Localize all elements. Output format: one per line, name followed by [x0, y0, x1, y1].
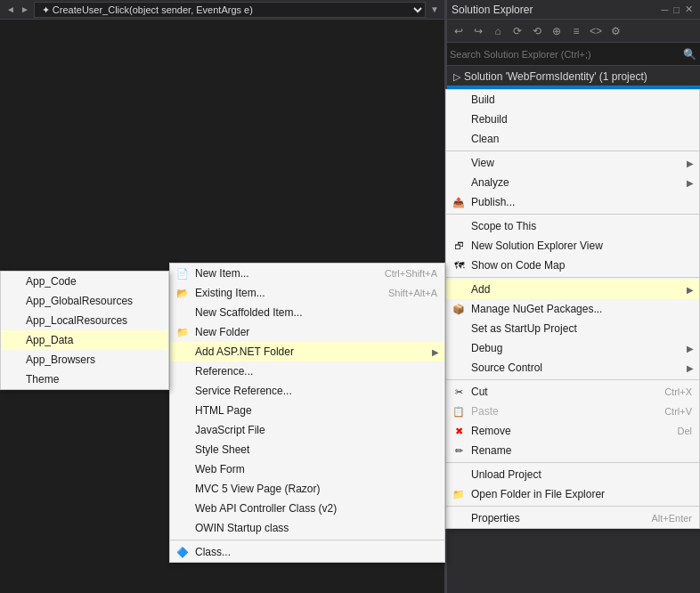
cm-middle-item-10[interactable]: Web Form: [170, 459, 444, 479]
se-solution-item[interactable]: ▷ Solution 'WebFormsIdentity' (1 project…: [446, 68, 700, 85]
cm-item-icon-15: 📋: [452, 404, 466, 418]
cm-right-item-15[interactable]: 📋PasteCtrl+V: [446, 402, 699, 421]
cm-right-item-13[interactable]: Source Control▶: [446, 358, 699, 378]
cm-right-item-18[interactable]: Unload Project: [446, 465, 699, 484]
cm-right-item-2[interactable]: Clean: [446, 129, 699, 149]
se-context-menu: BuildRebuildCleanView▶Analyze▶📤Publish..…: [445, 89, 700, 529]
cm-middle-item-5[interactable]: Reference...: [170, 361, 444, 381]
cm-right-item-17[interactable]: ✏Rename: [446, 441, 699, 460]
se-title: Solution Explorer: [452, 4, 660, 16]
cm-left-item-4[interactable]: App_Browsers: [1, 350, 168, 370]
cm-middle-item-7[interactable]: HTML Page: [170, 401, 444, 420]
cm-left-label-3: App_Data: [26, 334, 161, 346]
se-back-btn[interactable]: ↩: [450, 22, 468, 40]
cm-middle-label-0: New Item...: [195, 267, 367, 280]
cm-item-label-0: Build: [471, 93, 692, 106]
se-title-bar: Solution Explorer ─ □ ✕: [446, 0, 700, 20]
cm-left-item-2[interactable]: App_LocalResources: [1, 311, 168, 330]
cm-left-item-3[interactable]: App_Data: [1, 330, 168, 350]
cm-middle-item-11[interactable]: MVC 5 View Page (Razor): [170, 479, 444, 499]
cm-right-item-16[interactable]: ✖RemoveDel: [446, 421, 699, 441]
cm-right-item-11[interactable]: Set as StartUp Project: [446, 319, 699, 338]
se-pin-icon[interactable]: ─: [660, 4, 671, 15]
se-toolbar: ↩ ↪ ⌂ ⟳ ⟲ ⊕ ≡ <> ⚙: [446, 20, 700, 43]
cm-right-item-19[interactable]: 📁Open Folder in File Explorer: [446, 484, 699, 504]
cm-middle-label-5: Reference...: [195, 365, 437, 378]
cm-middle-item-4[interactable]: Add ASP.NET Folder▶: [170, 342, 444, 361]
se-refresh-btn[interactable]: ⟳: [509, 22, 526, 40]
cm-left-item-1[interactable]: App_GlobalResources: [1, 291, 168, 311]
cm-middle-item-12[interactable]: Web API Controller Class (v2): [170, 499, 444, 518]
cm-middle-label-9: Style Sheet: [195, 443, 437, 456]
cm-middle-item-13[interactable]: OWIN Startup class: [170, 518, 444, 538]
se-search-bar: 🔍: [446, 43, 700, 66]
se-filter-btn[interactable]: ⊕: [548, 22, 566, 40]
nav-back-btn[interactable]: ◄: [4, 4, 18, 14]
cm-left-label-1: App_GlobalResources: [26, 295, 161, 307]
cm-right-item-20[interactable]: PropertiesAlt+Enter: [446, 508, 699, 528]
cm-middle-item-3[interactable]: 📁New Folder: [170, 322, 444, 342]
cm-left-label-2: App_LocalResources: [26, 314, 161, 327]
se-close-icon[interactable]: ✕: [683, 4, 695, 15]
cm-middle-item-6[interactable]: Service Reference...: [170, 381, 444, 401]
cm-middle-item-1[interactable]: 📂Existing Item...Shift+Alt+A: [170, 283, 444, 303]
cm-middle-label-8: JavaScript File: [195, 424, 437, 436]
cm-middle-label-14: Class...: [195, 546, 437, 558]
cm-middle-label-4: Add ASP.NET Folder: [195, 345, 437, 358]
cm-middle-icon-0: 📄: [175, 266, 190, 280]
cm-middle-label-2: New Scaffolded Item...: [195, 306, 437, 319]
cm-right-item-3[interactable]: View▶: [446, 153, 699, 173]
cm-right-item-6[interactable]: Scope to This: [446, 216, 699, 236]
se-window-icon[interactable]: □: [672, 4, 681, 15]
cm-middle-icon-1: 📂: [175, 286, 190, 300]
cm-right-item-7[interactable]: 🗗New Solution Explorer View: [446, 236, 699, 256]
cm-item-icon-5: 📤: [452, 195, 466, 209]
cm-separator-17: [446, 462, 699, 463]
add-submenu: 📄New Item...Ctrl+Shift+A📂Existing Item..…: [169, 263, 445, 563]
cm-item-label-10: Manage NuGet Packages...: [471, 303, 692, 315]
cm-separator-8: [446, 277, 699, 278]
se-home-btn[interactable]: ⌂: [489, 22, 507, 40]
cm-item-arrow-9: ▶: [687, 285, 694, 295]
cm-middle-item-2[interactable]: New Scaffolded Item...: [170, 303, 444, 322]
se-title-icons: ─ □ ✕: [660, 4, 695, 15]
cm-item-arrow-12: ▶: [687, 344, 694, 353]
cm-right-item-10[interactable]: 📦Manage NuGet Packages...: [446, 299, 699, 319]
method-selector[interactable]: ✦ CreateUser_Click(object sender, EventA…: [34, 2, 426, 18]
cm-item-label-13: Source Control: [471, 361, 692, 374]
nav-fwd-btn[interactable]: ►: [18, 4, 32, 14]
cm-item-shortcut-16: Del: [677, 426, 692, 436]
se-settings-btn[interactable]: ⚙: [606, 22, 624, 40]
cm-left-item-0[interactable]: App_Code: [1, 272, 168, 291]
cm-item-shortcut-14: Ctrl+X: [664, 386, 692, 397]
cm-right-item-5[interactable]: 📤Publish...: [446, 192, 699, 212]
cm-middle-item-0[interactable]: 📄New Item...Ctrl+Shift+A: [170, 264, 444, 283]
cm-item-label-3: View: [471, 157, 692, 169]
cm-middle-sep-13: [170, 540, 444, 540]
cm-left-label-0: App_Code: [26, 275, 161, 288]
cm-item-shortcut-15: Ctrl+V: [664, 406, 692, 417]
scroll-down-btn[interactable]: ▼: [427, 3, 442, 17]
cm-right-item-1[interactable]: Rebuild: [446, 110, 699, 129]
cm-right-item-14[interactable]: ✂CutCtrl+X: [446, 382, 699, 402]
se-sync-btn[interactable]: ⟲: [528, 22, 546, 40]
se-collapse-btn[interactable]: ≡: [567, 22, 585, 40]
cm-right-item-9[interactable]: Add▶: [446, 280, 699, 299]
cm-middle-item-14[interactable]: 🔷Class...: [170, 542, 444, 562]
cm-right-item-0[interactable]: Build: [446, 90, 699, 110]
editor-top-bar: ◄ ► ✦ CreateUser_Click(object sender, Ev…: [0, 0, 445, 20]
se-fwd-btn[interactable]: ↪: [469, 22, 487, 40]
cm-item-label-6: Scope to This: [471, 220, 692, 232]
se-search-input[interactable]: [450, 49, 683, 60]
aspnet-folder-submenu: App_CodeApp_GlobalResourcesApp_LocalReso…: [0, 271, 169, 390]
cm-left-item-5[interactable]: Theme: [1, 370, 168, 389]
cm-middle-item-8[interactable]: JavaScript File: [170, 420, 444, 440]
cm-right-item-8[interactable]: 🗺Show on Code Map: [446, 256, 699, 275]
cm-right-item-12[interactable]: Debug▶: [446, 338, 699, 358]
cm-item-label-12: Debug: [471, 342, 692, 354]
se-view-btn[interactable]: <>: [587, 22, 605, 40]
solution-label: Solution 'WebFormsIdentity' (1 project): [464, 70, 647, 83]
cm-right-item-4[interactable]: Analyze▶: [446, 173, 699, 192]
cm-item-label-19: Open Folder in File Explorer: [471, 488, 692, 500]
cm-middle-item-9[interactable]: Style Sheet: [170, 440, 444, 459]
